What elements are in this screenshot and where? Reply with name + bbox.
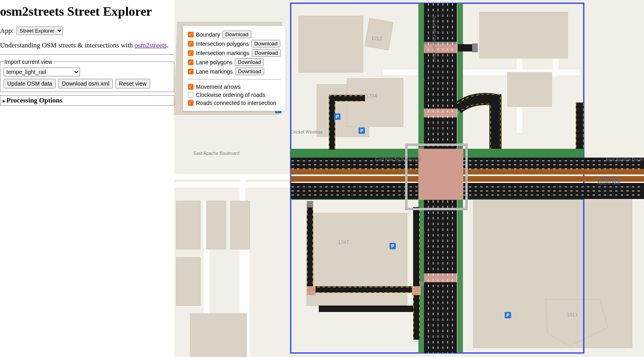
processing-options-summary[interactable]: Processing Options: [0, 96, 174, 105]
svg-rect-34: [424, 109, 457, 117]
parking-icon: P: [359, 127, 365, 134]
svg-rect-36: [424, 42, 457, 44]
layer-label-intersection_polygons: Intersection polygons: [196, 41, 249, 47]
layer-row-clockwise_ordering: Clockwise ordering of roads: [188, 91, 281, 99]
bldg-1811: 1811: [567, 312, 578, 318]
svg-rect-10: [230, 201, 250, 249]
layer-row-intersection_markings: Intersection markingsDownload: [188, 48, 281, 57]
svg-rect-29: [576, 169, 644, 174]
layer-checkbox-lane_polygons[interactable]: [188, 60, 194, 65]
app-select[interactable]: Street Explorer: [16, 27, 63, 35]
layer-row-lane_polygons: Lane polygonsDownload: [188, 57, 281, 67]
street-label-apache-center: East Apache Boulevard: [375, 157, 421, 162]
svg-rect-45: [329, 95, 335, 150]
svg-rect-50: [472, 43, 478, 52]
layer-label-roads_connected: Roads connected to intersection: [196, 100, 276, 106]
svg-rect-32: [418, 149, 463, 200]
layer-row-boundary: BoundaryDownload: [188, 30, 281, 39]
parking-icon: P: [505, 312, 511, 318]
layer-checkbox-roads_connected[interactable]: [188, 100, 194, 106]
layer-row-movement_arrows: Movement arrows: [188, 83, 281, 91]
download-boundary-button[interactable]: Download: [222, 31, 251, 38]
download-intersection_markings-button[interactable]: Download: [252, 49, 281, 57]
svg-rect-7: [176, 201, 200, 249]
svg-rect-5: [347, 78, 403, 127]
svg-rect-38: [307, 207, 313, 293]
parking-icon: P: [389, 243, 396, 249]
layer-label-boundary: Boundary: [196, 31, 220, 38]
map-panel[interactable]: East Apache Boulevard East Apache Boulev…: [174, 0, 644, 357]
bldg-1747: 1747: [338, 240, 349, 245]
svg-rect-3: [365, 18, 393, 50]
layer-checkbox-intersection_polygons[interactable]: [188, 41, 194, 47]
download-intersection_polygons-button[interactable]: Download: [251, 40, 280, 47]
layer-row-intersection_polygons: Intersection polygonsDownload: [188, 39, 281, 48]
svg-rect-13: [479, 12, 568, 58]
download-lane_polygons-button[interactable]: Download: [235, 58, 264, 66]
divider: [0, 54, 174, 55]
download-lane_markings-button[interactable]: Download: [235, 68, 264, 75]
svg-rect-44: [307, 201, 313, 207]
svg-rect-14: [507, 72, 552, 107]
layer-label-intersection_markings: Intersection markings: [196, 50, 249, 56]
layer-label-lane_markings: Lane markings: [196, 68, 233, 75]
street-label-apache-right: East Apache Boule: [606, 157, 643, 162]
svg-rect-49: [458, 44, 474, 51]
svg-rect-40: [413, 207, 420, 340]
blurb: Understanding OSM streets & intersection…: [0, 41, 174, 50]
bldg-1212: 1212: [371, 36, 382, 41]
svg-rect-48: [576, 103, 584, 149]
import-legend: Import current view: [4, 59, 53, 65]
osm2streets-link[interactable]: osm2streets: [135, 41, 167, 49]
street-label-mcclintock: South McClintock Drive: [432, 16, 437, 62]
svg-rect-8: [176, 257, 200, 306]
poi-cricket: Cricket Wireless: [291, 129, 322, 134]
update-osm-button[interactable]: Update OSM data: [4, 79, 56, 88]
sidebar: osm2streets Street Explorer App: Street …: [0, 0, 174, 357]
import-fieldset: Import current view tempe_light_rail Upd…: [0, 59, 174, 92]
layer-row-lane_markings: Lane markingsDownload: [188, 67, 281, 76]
layer-label-lane_polygons: Lane polygons: [196, 59, 232, 66]
svg-rect-19: [576, 149, 584, 158]
layer-checkbox-clockwise_ordering[interactable]: [188, 92, 194, 98]
app-selector-row: App: Street Explorer: [0, 27, 174, 35]
svg-rect-9: [206, 201, 226, 249]
svg-rect-11: [190, 314, 247, 357]
layer-checkbox-boundary[interactable]: [188, 32, 194, 37]
layers-control: BoundaryDownloadIntersection polygonsDow…: [183, 26, 285, 111]
processing-options[interactable]: Processing Options: [0, 95, 174, 106]
svg-rect-41: [319, 306, 419, 312]
page-title: osm2streets Street Explorer: [0, 3, 174, 19]
reset-view-button[interactable]: Reset view: [115, 79, 150, 88]
layer-checkbox-lane_markings[interactable]: [188, 69, 194, 74]
download-xml-button[interactable]: Download osm.xml: [58, 79, 113, 88]
parking-icon: P: [334, 113, 340, 120]
layer-checkbox-movement_arrows[interactable]: [188, 84, 194, 90]
app-label: App:: [0, 27, 14, 35]
test-case-select[interactable]: tempe_light_rail: [4, 68, 80, 76]
station-label-2: Apache Blvd: [597, 181, 620, 185]
station-label-1: McClintock/: [599, 176, 620, 181]
layer-checkbox-intersection_markings[interactable]: [188, 50, 194, 56]
bldg-1734: 1734: [366, 93, 377, 99]
layer-label-movement_arrows: Movement arrows: [196, 84, 240, 90]
svg-rect-42: [307, 286, 316, 295]
layers-divider: [188, 79, 281, 80]
street-label-apache-left: East Apache Boulevard: [194, 151, 239, 156]
layer-label-clockwise_ordering: Clockwise ordering of roads: [196, 92, 265, 98]
svg-rect-2: [299, 16, 363, 72]
svg-rect-33: [424, 44, 457, 53]
svg-rect-35: [424, 273, 457, 282]
layer-row-roads_connected: Roads connected to intersection: [188, 99, 281, 107]
